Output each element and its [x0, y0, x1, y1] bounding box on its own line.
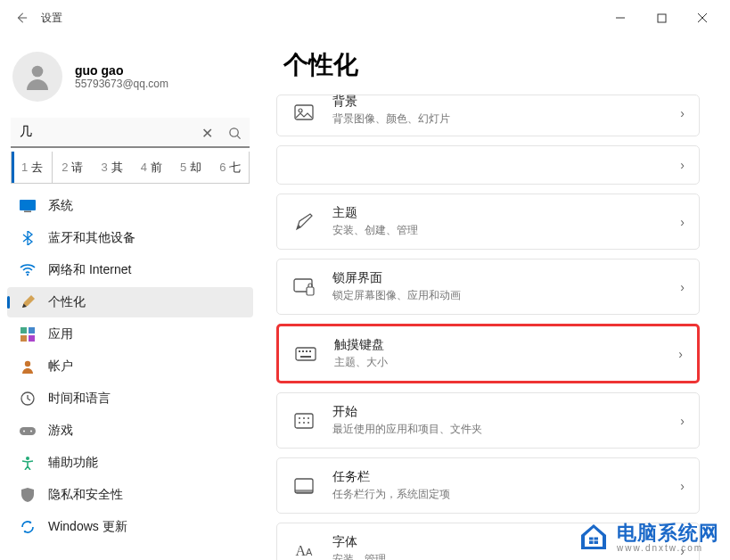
- card-taskbar[interactable]: 任务栏 任务栏行为，系统固定项 ›: [276, 457, 700, 514]
- nav-label: 系统: [48, 198, 73, 214]
- nav-label: 网络和 Internet: [48, 262, 131, 278]
- svg-rect-26: [295, 414, 313, 428]
- card-title: 主题: [332, 205, 664, 221]
- watermark-logo-icon: [578, 523, 610, 553]
- start-icon: [291, 408, 316, 433]
- svg-rect-8: [21, 335, 27, 342]
- sidebar-item-bluetooth[interactable]: 蓝牙和其他设备: [7, 223, 253, 253]
- ime-candidate[interactable]: 6七: [210, 152, 250, 183]
- card-background[interactable]: 背景 背景图像、颜色、幻灯片 ›: [276, 95, 700, 136]
- sidebar-item-accounts[interactable]: 帐户: [7, 351, 253, 382]
- nav-list: 系统 蓝牙和其他设备 网络和 Internet 个性化 应用 帐户: [7, 191, 253, 542]
- svg-rect-22: [302, 350, 304, 352]
- nav-label: 帐户: [48, 358, 73, 375]
- ime-candidate[interactable]: 1去: [12, 152, 53, 183]
- svg-rect-24: [309, 350, 311, 352]
- chevron-right-icon: ›: [680, 479, 685, 493]
- svg-point-28: [303, 417, 305, 419]
- chevron-right-icon: ›: [680, 414, 685, 428]
- svg-point-29: [308, 417, 309, 419]
- window-title: 设置: [41, 11, 62, 26]
- search-icon[interactable]: [221, 118, 248, 148]
- personalize-icon: [20, 294, 36, 310]
- minimize-button[interactable]: [600, 4, 641, 32]
- chevron-right-icon: ›: [680, 215, 685, 229]
- sidebar-item-personalization[interactable]: 个性化: [7, 287, 253, 317]
- card-start[interactable]: 开始 最近使用的应用和项目、文件夹 ›: [276, 392, 700, 449]
- svg-rect-0: [658, 14, 666, 22]
- ime-candidate[interactable]: 4前: [132, 152, 171, 183]
- accounts-icon: [20, 358, 36, 375]
- nav-label: 蓝牙和其他设备: [48, 230, 135, 246]
- user-email: 55793673@qq.com: [75, 78, 168, 90]
- user-name: guo gao: [75, 63, 168, 78]
- keyboard-icon: [293, 342, 318, 366]
- sidebar-item-accessibility[interactable]: 辅助功能: [7, 448, 253, 478]
- taskbar-icon: [291, 474, 316, 498]
- svg-point-14: [30, 431, 32, 432]
- svg-rect-3: [20, 200, 36, 210]
- svg-rect-19: [307, 287, 314, 295]
- title-bar: 设置: [0, 0, 730, 36]
- card-subtitle: 最近使用的应用和项目、文件夹: [332, 422, 664, 437]
- sidebar-item-gaming[interactable]: 游戏: [7, 416, 253, 446]
- avatar: [12, 52, 62, 102]
- sidebar-item-time-language[interactable]: 时间和语言: [7, 383, 253, 414]
- svg-rect-25: [300, 356, 311, 358]
- sidebar-item-system[interactable]: 系统: [7, 191, 253, 221]
- search-clear-icon[interactable]: ✕: [194, 118, 219, 148]
- sidebar-item-privacy[interactable]: 隐私和安全性: [7, 480, 253, 510]
- back-button[interactable]: [7, 4, 36, 32]
- ime-candidate-bar: 1去 2请 3其 4前 5却 6七 7钱 ◀ ▶ ❤: [11, 152, 250, 184]
- card-lock-screen[interactable]: 锁屏界面 锁定屏幕图像、应用和动画 ›: [276, 259, 700, 315]
- sidebar-item-network[interactable]: 网络和 Internet: [7, 255, 253, 285]
- ime-candidate[interactable]: 2请: [53, 152, 92, 183]
- card-title: 触摸键盘: [334, 337, 662, 353]
- card-touch-keyboard[interactable]: 触摸键盘 主题、大小 ›: [276, 324, 700, 383]
- wifi-icon: [20, 262, 36, 278]
- nav-label: 个性化: [48, 294, 86, 310]
- nav-label: 隐私和安全性: [48, 487, 123, 503]
- card-subtitle: 安装、管理: [332, 552, 664, 560]
- fonts-icon: AA: [291, 539, 316, 561]
- svg-point-32: [308, 422, 309, 424]
- chevron-right-icon: ›: [680, 280, 685, 294]
- svg-rect-21: [299, 350, 300, 352]
- clock-icon: [20, 391, 36, 407]
- page-title: 个性化: [283, 48, 700, 82]
- sidebar-item-apps[interactable]: 应用: [7, 319, 253, 350]
- svg-point-5: [27, 274, 29, 276]
- sidebar: guo gao 55793673@qq.com ✕ 1去 2请 3其 4前 5却…: [0, 36, 267, 560]
- colors-icon: [291, 152, 316, 177]
- svg-point-2: [229, 128, 237, 136]
- ime-candidate[interactable]: 5却: [171, 152, 210, 183]
- nav-label: 时间和语言: [48, 391, 111, 407]
- sidebar-item-windows-update[interactable]: Windows 更新: [7, 512, 253, 542]
- background-icon: [291, 101, 316, 126]
- card-subtitle: 任务栏行为，系统固定项: [332, 487, 664, 502]
- close-button[interactable]: [682, 4, 723, 32]
- svg-point-17: [299, 109, 302, 112]
- svg-point-15: [26, 457, 29, 460]
- window-controls: [600, 4, 723, 32]
- maximize-button[interactable]: [641, 4, 682, 32]
- svg-rect-4: [24, 211, 31, 213]
- svg-point-30: [299, 422, 300, 424]
- card-title: 锁屏界面: [332, 270, 664, 286]
- chevron-right-icon: ›: [680, 106, 685, 120]
- apps-icon: [20, 326, 36, 342]
- shield-icon: [20, 487, 36, 503]
- card-subtitle: 锁定屏幕图像、应用和动画: [332, 288, 664, 303]
- ime-candidate[interactable]: 3其: [92, 152, 131, 183]
- svg-rect-7: [29, 327, 35, 334]
- card-themes[interactable]: 主题 安装、创建、管理 ›: [276, 194, 700, 250]
- themes-icon: [291, 210, 316, 235]
- svg-point-13: [23, 431, 25, 432]
- nav-label: 应用: [48, 326, 73, 342]
- card-colors[interactable]: ›: [276, 145, 700, 185]
- bluetooth-icon: [20, 230, 36, 246]
- svg-point-31: [303, 422, 305, 424]
- accessibility-icon: [20, 455, 36, 471]
- system-icon: [20, 198, 36, 214]
- user-profile[interactable]: guo gao 55793673@qq.com: [7, 45, 253, 118]
